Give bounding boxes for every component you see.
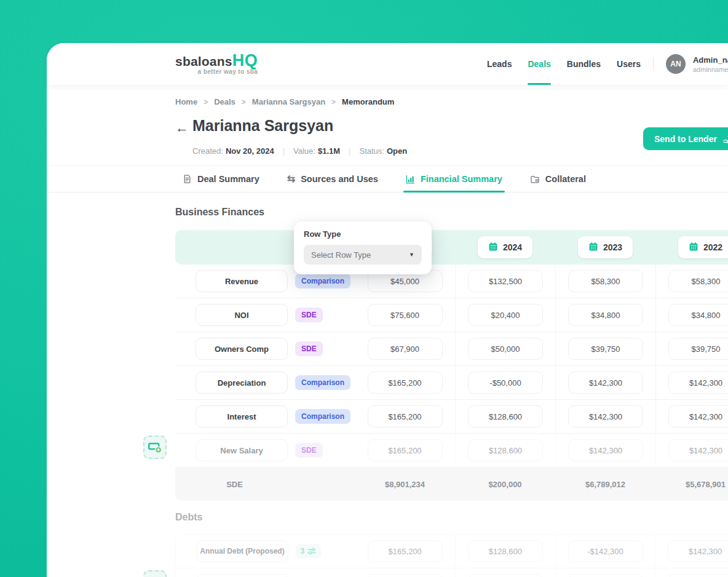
business-finances-heading: Business Finances [175,207,264,218]
row-name[interactable] [196,574,288,577]
debt-count-badge[interactable]: 3 [296,544,322,559]
value-cell[interactable]: -$50,000 [468,372,543,394]
swap-arrows-icon: ⇆ [287,174,295,184]
value-cell[interactable] [668,574,728,577]
breadcrumb-current: Memorandum [342,97,394,106]
calendar-icon [488,242,498,253]
value-cell[interactable]: $20,400 [468,304,543,326]
calendar-icon [588,242,598,253]
value-cell[interactable]: $67,900 [368,338,443,360]
send-to-lender-button[interactable]: Send to Lender [643,127,728,150]
add-row-icon [148,441,162,454]
deal-meta: Created:Nov 20, 2024 | Value:$1.1M | Sta… [192,146,407,156]
chevron-down-icon: ▼ [409,252,414,258]
breadcrumb-deals[interactable]: Deals [214,97,235,106]
year-column-2022[interactable]: 2022 [678,236,728,258]
main-nav: Leads Deals Bundles Users AN Admin_name … [487,43,728,85]
value-cell[interactable]: $142,300 [668,439,728,461]
value-cell[interactable] [468,574,543,577]
table-row-partial [176,568,728,577]
row-type-select[interactable]: Select Row Type ▼ [304,245,422,265]
value-cell[interactable]: -$142,300 [568,540,643,562]
table-row-new-salary: New Salary SDE $165,200 $128,600 $142,30… [175,434,728,468]
meta-divider: | [349,146,350,156]
meta-divider: | [283,146,285,156]
row-name[interactable]: Revenue [196,270,288,292]
back-arrow-icon[interactable]: ← [175,121,189,135]
add-row-button[interactable] [143,570,167,577]
page-title: Marianna Sargsyan [192,117,333,135]
value-cell[interactable]: $142,300 [668,405,728,428]
tab-deal-summary[interactable]: Deal Summary [183,166,259,192]
value-cell[interactable] [368,574,443,577]
nav-item-users[interactable]: Users [617,43,641,85]
value-cell[interactable]: $165,200 [368,540,443,562]
value-cell[interactable]: $165,200 [368,405,443,428]
summary-label: SDE [175,480,294,489]
value-cell[interactable]: $142,300 [568,405,643,428]
business-finances-table: 2025 2024 2023 2022 [175,230,728,501]
value-cell[interactable]: $142,300 [668,372,728,394]
value-cell[interactable]: $58,300 [568,270,643,292]
user-email: adminname76@gr [693,66,728,73]
nav-item-leads[interactable]: Leads [487,43,512,85]
value-cell[interactable]: $132,500 [468,270,543,292]
nav-item-deals[interactable]: Deals [528,43,550,85]
logo-accent-text: HQ [232,51,258,70]
value-cell[interactable]: $128,600 [468,405,543,428]
value-cell[interactable]: $142,300 [568,439,643,461]
add-row-button[interactable] [143,436,167,459]
debts-section: Debts Annual Debt (Proposed) 3 $165,200 … [175,512,728,577]
deal-tabs: Deal Summary ⇆ Sources and Uses Financia… [47,165,728,193]
meta-created: Created:Nov 20, 2024 [192,146,274,156]
value-cell[interactable]: $50,000 [468,338,543,360]
nav-item-bundles[interactable]: Bundles [567,43,601,85]
meta-value: Value:$1.1M [293,146,340,156]
select-placeholder: Select Row Type [311,250,371,260]
year-column-2023[interactable]: 2023 [578,236,633,258]
tab-collateral[interactable]: Collateral [530,166,586,192]
debts-heading: Debts [175,512,728,523]
avatar[interactable]: AN [666,54,686,74]
calendar-icon [689,242,698,253]
value-cell[interactable]: $142,300 [568,372,643,394]
send-hand-icon [722,134,728,143]
tab-financial-summary[interactable]: Financial Summary [406,166,502,192]
breadcrumb-separator: > [204,98,208,106]
value-cell[interactable]: $75,600 [368,304,443,326]
breadcrumb-home[interactable]: Home [175,97,197,106]
tab-label: Financial Summary [421,174,502,184]
breadcrumb-deal-name[interactable]: Marianna Sargsyan [252,97,325,106]
breadcrumb-separator: > [331,98,336,106]
year-column-2024[interactable]: 2024 [478,236,532,258]
breadcrumb-separator: > [242,98,246,106]
bar-chart-icon [406,175,415,184]
row-name[interactable]: Depreciation [196,372,288,394]
value-cell[interactable]: $128,600 [468,439,543,461]
sde-summary-row: SDE $8,901,234 $200,000 $6,789,012 $5,67… [175,468,728,501]
row-name[interactable]: Interest [196,405,288,428]
value-cell[interactable]: $39,750 [568,338,643,360]
row-name[interactable]: Annual Debt (Proposed) [196,540,288,562]
value-cell[interactable]: $34,800 [568,304,643,326]
value-cell[interactable]: $165,200 [368,372,443,394]
value-cell[interactable]: $34,800 [668,304,728,326]
value-cell[interactable]: $58,300 [668,270,728,292]
tab-sources-and-uses[interactable]: ⇆ Sources and Uses [287,166,378,192]
row-name[interactable]: New Salary [196,439,288,461]
row-type-popover: Row Type Select Row Type ▼ [294,221,432,274]
table-row-interest: Interest Comparison $165,200 $128,600 $1… [175,400,728,434]
row-name[interactable]: NOI [196,304,288,326]
value-cell[interactable]: $165,200 [368,439,443,461]
value-cell[interactable]: $39,750 [668,338,728,360]
debt-count: 3 [301,547,305,555]
value-cell[interactable] [568,574,643,577]
app-logo[interactable]: sbaloans HQ a better way to sba [175,51,258,75]
meta-status: Status:Open [359,146,407,156]
logo-tagline: a better way to sba [175,68,258,75]
user-menu[interactable]: Admin_name adminname76@gr [693,55,728,73]
value-cell[interactable]: $142,300 [668,540,728,562]
breadcrumb: Home > Deals > Marianna Sargsyan > Memor… [175,97,394,106]
row-name[interactable]: Owners Comp [196,338,288,360]
value-cell[interactable]: $128,600 [468,540,543,562]
